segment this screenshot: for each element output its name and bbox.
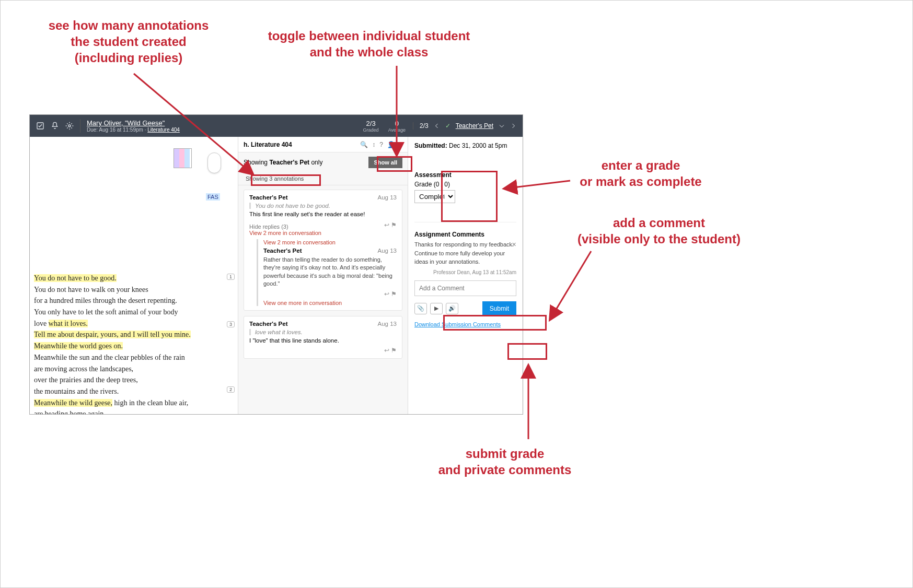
callout-grade: enter a grade or mark as complete	[560, 157, 722, 190]
bell-icon[interactable]	[51, 122, 59, 130]
grading-pane: Submitted: Dec 31, 2000 at 5pm Assessmen…	[408, 137, 523, 414]
callout-submit: submit grade and private comments	[413, 445, 596, 478]
graded-label: Graded	[363, 127, 379, 133]
poem-body: You do not have to be good. You do not h…	[34, 273, 191, 414]
callout-comment: add a comment (visible only to the stude…	[554, 215, 764, 247]
media-icon[interactable]: ▶	[430, 303, 443, 314]
page-marker: 2	[227, 386, 235, 393]
annotation-pane: h. Literature 404 🔍 ↕ ? 👤 ▾ Showing Teac…	[238, 137, 408, 414]
sort-icon[interactable]: ↕	[372, 141, 375, 148]
help-icon[interactable]: ?	[379, 141, 383, 148]
annotation-card[interactable]: Teacher's PetAug 13 love what it loves. …	[244, 316, 402, 359]
page-marker: 1	[227, 274, 235, 280]
grade-status-select[interactable]: Complete	[414, 190, 455, 203]
reply-icon[interactable]: ↩	[384, 347, 389, 354]
assignment-title[interactable]: Mary Oliver, "Wild Geese"	[87, 119, 356, 127]
view-more-link[interactable]: View 2 more in conversation	[249, 230, 397, 236]
average-label: Average	[388, 127, 406, 133]
course-label: Literature 404	[251, 141, 292, 148]
audio-icon[interactable]: 🔊	[446, 303, 458, 314]
svg-line-5	[550, 251, 591, 319]
average-value: 0	[388, 120, 406, 127]
annotation-card[interactable]: Teacher's PetAug 13 You do not have to b…	[244, 190, 402, 311]
flag-icon[interactable]: ⚑	[391, 290, 397, 298]
flag-icon[interactable]: ⚑	[391, 221, 397, 229]
next-student-icon[interactable]	[510, 123, 516, 129]
comment-item: ✕ Thanks for responding to my feedback. …	[414, 240, 516, 276]
annotation-count-bar: Showing 3 annotations	[238, 172, 408, 185]
assessment-heading: Assessment	[414, 171, 516, 179]
user-icon[interactable]: 👤	[387, 141, 395, 148]
flag-icon[interactable]: ⚑	[391, 347, 397, 354]
search-icon[interactable]: 🔍	[360, 141, 368, 148]
view-more-link[interactable]: View 2 more in conversation	[263, 239, 397, 245]
attach-icon[interactable]: 📎	[414, 303, 427, 314]
course-link[interactable]: Literature 404	[147, 127, 180, 133]
reply-icon[interactable]: ↩	[384, 221, 389, 229]
chevron-down-icon[interactable]	[499, 123, 505, 129]
comment-meta: Professor Dean, Aug 13 at 11:52am	[414, 268, 516, 276]
visibility-toggle-icon[interactable]	[207, 152, 221, 173]
page-marker: 3	[227, 321, 235, 327]
prev-student-icon[interactable]	[434, 123, 440, 129]
document-pane: FAS 1 3 2 You do not have to be good. Yo…	[30, 137, 238, 414]
assignment-comments-heading: Assignment Comments	[414, 231, 516, 238]
callout-toggle: toggle between individual student and th…	[259, 28, 479, 60]
minimap-icon[interactable]	[174, 148, 192, 168]
top-bar: Mary Oliver, "Wild Geese" Due: Aug 16 at…	[30, 115, 523, 137]
svg-point-1	[68, 125, 71, 127]
reply-icon[interactable]: ↩	[384, 290, 389, 298]
close-icon[interactable]: ✕	[512, 240, 516, 249]
position-indicator: 2/3	[420, 122, 429, 130]
due-label: Due: Aug 16 at 11:59pm ·	[87, 127, 147, 133]
hide-replies-link[interactable]: Hide replies (3)	[249, 224, 288, 230]
gradebook-icon[interactable]	[36, 122, 44, 130]
fas-badge: FAS	[206, 193, 220, 201]
comment-input[interactable]	[414, 280, 516, 296]
view-more-link[interactable]: View one more in conversation	[263, 300, 397, 306]
download-comments-link[interactable]: Download Submission Comments	[414, 321, 501, 327]
app-window: Mary Oliver, "Wild Geese" Due: Aug 16 at…	[29, 114, 523, 415]
show-all-button[interactable]: Show all	[368, 157, 402, 168]
submitted-value: Dec 31, 2000 at 5pm	[447, 142, 507, 149]
grade-label: Grade (0 / 0)	[414, 181, 516, 188]
chevron-down-icon[interactable]: ▾	[399, 141, 402, 148]
submit-button[interactable]: Submit	[482, 301, 516, 316]
gear-icon[interactable]	[65, 122, 74, 130]
graded-value: 2/3	[363, 120, 379, 127]
student-name[interactable]: Teacher's Pet	[456, 122, 493, 130]
submitted-label: Submitted:	[414, 142, 447, 149]
callout-annotation-count: see how many annotations the student cre…	[42, 17, 215, 66]
